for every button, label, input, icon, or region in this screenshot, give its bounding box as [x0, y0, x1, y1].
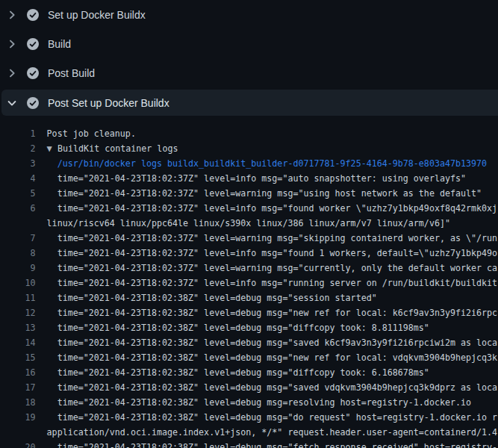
log-line-number[interactable]: 18	[0, 395, 36, 410]
log-line: 10 time="2021-04-23T18:02:37Z" level=inf…	[0, 276, 498, 290]
log-line-number[interactable]: 9	[0, 261, 36, 276]
chevron-down-icon	[6, 97, 18, 109]
log-line-text: time="2021-04-23T18:02:38Z" level=debug …	[36, 305, 498, 320]
log-line-number	[0, 425, 36, 440]
log-line-text: time="2021-04-23T18:02:38Z" level=debug …	[36, 440, 498, 448]
log-line-number[interactable]: 3	[0, 156, 36, 171]
log-line: 16 time="2021-04-23T18:02:38Z" level=deb…	[0, 365, 498, 380]
chevron-right-icon	[6, 38, 18, 50]
log-line-text: time="2021-04-23T18:02:38Z" level=debug …	[36, 335, 498, 350]
log-line-text: time="2021-04-23T18:02:38Z" level=debug …	[36, 365, 429, 380]
log-line: 2 ▼BuildKit container logs	[0, 141, 498, 156]
log-line: 17 time="2021-04-23T18:02:38Z" level=deb…	[0, 380, 498, 395]
log-line: 9 time="2021-04-23T18:02:37Z" level=warn…	[0, 261, 498, 276]
chevron-right-icon	[6, 67, 18, 79]
group-expander-triangle-icon[interactable]: ▼	[47, 141, 57, 156]
log-line-text: /usr/bin/docker logs buildx_buildkit_bui…	[36, 156, 487, 171]
step-header[interactable]: Post Build	[0, 59, 498, 88]
check-circle-icon	[27, 97, 39, 109]
log-line-number[interactable]: 15	[0, 350, 36, 365]
log-line: 14 time="2021-04-23T18:02:38Z" level=deb…	[0, 335, 498, 350]
log-line-number[interactable]: 10	[0, 276, 36, 290]
log-line: 3 /usr/bin/docker logs buildx_buildkit_b…	[0, 156, 498, 171]
log-line-text: time="2021-04-23T18:02:37Z" level=info m…	[36, 171, 466, 186]
log-line-number[interactable]: 11	[0, 290, 36, 305]
log-line-text: time="2021-04-23T18:02:38Z" level=debug …	[36, 395, 471, 410]
check-circle-icon	[27, 38, 39, 50]
log-line-number[interactable]: 6	[0, 201, 36, 216]
log-line-text: time="2021-04-23T18:02:38Z" level=debug …	[36, 320, 429, 335]
log-line-text: application/vnd.oci.image.index.v1+json,…	[36, 425, 498, 440]
log-line-number[interactable]: 1	[0, 126, 36, 141]
log-line-number[interactable]: 20	[0, 440, 36, 448]
log-line-number[interactable]: 5	[0, 186, 36, 201]
step-list: Set up Docker Buildx Build Post Build	[0, 0, 498, 117]
log-line: application/vnd.oci.image.index.v1+json,…	[0, 425, 498, 440]
log-line-number[interactable]: 14	[0, 335, 36, 350]
step-label: Build	[48, 38, 71, 50]
log-line-text: time="2021-04-23T18:02:38Z" level=debug …	[36, 350, 498, 365]
log-line-number[interactable]: 8	[0, 246, 36, 261]
log-line-text: time="2021-04-23T18:02:37Z" level=warnin…	[36, 186, 482, 201]
log-line-number[interactable]: 4	[0, 171, 36, 186]
log-line: 18 time="2021-04-23T18:02:38Z" level=deb…	[0, 395, 498, 410]
log-line: 1 Post job cleanup.	[0, 126, 498, 141]
log-line-text: time="2021-04-23T18:02:37Z" level=info m…	[36, 246, 498, 261]
log-line-text: time="2021-04-23T18:02:37Z" level=warnin…	[36, 231, 498, 246]
log-line: 19 time="2021-04-23T18:02:38Z" level=deb…	[0, 410, 498, 425]
check-circle-icon	[27, 9, 39, 21]
log-line-number[interactable]: 16	[0, 365, 36, 380]
log-line: 5 time="2021-04-23T18:02:37Z" level=warn…	[0, 186, 498, 201]
log-line-text: time="2021-04-23T18:02:37Z" level=info m…	[36, 276, 498, 290]
log-line: 20 time="2021-04-23T18:02:38Z" level=deb…	[0, 440, 498, 448]
log-line-text: Post job cleanup.	[36, 126, 136, 141]
step-header[interactable]: Post Set up Docker Buildx	[0, 88, 498, 117]
log-line-number[interactable]: 2	[0, 141, 36, 156]
log-line: 7 time="2021-04-23T18:02:37Z" level=warn…	[0, 231, 498, 246]
log-line: 8 time="2021-04-23T18:02:37Z" level=info…	[0, 246, 498, 261]
log-line: 4 time="2021-04-23T18:02:37Z" level=info…	[0, 171, 498, 186]
log-line-text: time="2021-04-23T18:02:37Z" level=warnin…	[36, 261, 498, 276]
log-line-text: ▼BuildKit container logs	[36, 141, 178, 156]
log-line-number[interactable]: 13	[0, 320, 36, 335]
chevron-right-icon	[6, 9, 18, 21]
log-line: 13 time="2021-04-23T18:02:38Z" level=deb…	[0, 320, 498, 335]
log-line-number[interactable]: 17	[0, 380, 36, 395]
log-line-number[interactable]: 12	[0, 305, 36, 320]
log-line-text: linux/riscv64 linux/ppc64le linux/s390x …	[36, 216, 450, 231]
log-line-number[interactable]: 7	[0, 231, 36, 246]
log-line-number	[0, 216, 36, 231]
step-header[interactable]: Set up Docker Buildx	[0, 0, 498, 29]
log-line: 11 time="2021-04-23T18:02:38Z" level=deb…	[0, 290, 498, 305]
log-line-text: time="2021-04-23T18:02:38Z" level=debug …	[36, 380, 498, 395]
step-label: Post Set up Docker Buildx	[48, 97, 169, 109]
log-line: linux/riscv64 linux/ppc64le linux/s390x …	[0, 216, 498, 231]
log-line: 12 time="2021-04-23T18:02:38Z" level=deb…	[0, 305, 498, 320]
log-line: 15 time="2021-04-23T18:02:38Z" level=deb…	[0, 350, 498, 365]
check-circle-icon	[27, 67, 39, 79]
step-header[interactable]: Build	[0, 29, 498, 58]
log-view: 1 Post job cleanup. 2 ▼BuildKit containe…	[0, 117, 498, 448]
log-line-text: time="2021-04-23T18:02:38Z" level=debug …	[36, 290, 377, 305]
step-label: Set up Docker Buildx	[48, 9, 146, 21]
log-line-text: time="2021-04-23T18:02:38Z" level=debug …	[36, 410, 498, 425]
log-line-text: time="2021-04-23T18:02:37Z" level=info m…	[36, 201, 498, 216]
step-header-highlight	[1, 31, 498, 57]
log-line-number[interactable]: 19	[0, 410, 36, 425]
step-label: Post Build	[48, 67, 95, 79]
log-line: 6 time="2021-04-23T18:02:37Z" level=info…	[0, 201, 498, 216]
